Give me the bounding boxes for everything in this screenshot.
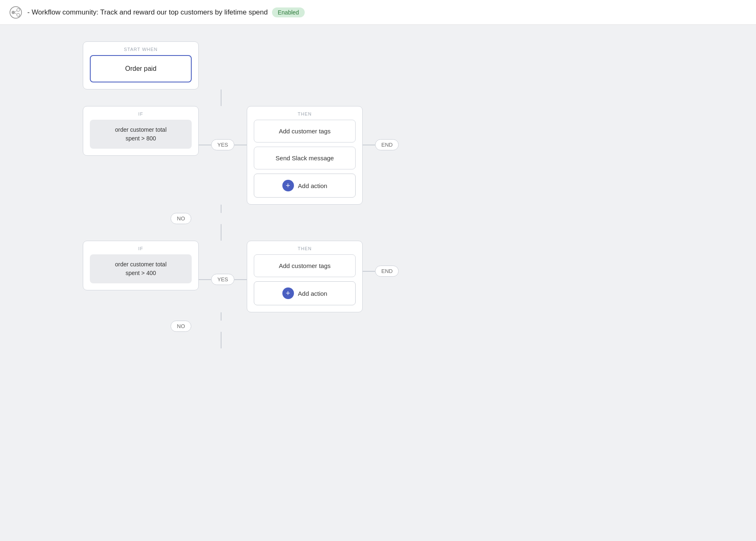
start-trigger[interactable]: Order paid [90,55,192,82]
action1-add-tags[interactable]: Add customer tags [254,120,356,142]
yes1-connector: YES [199,139,247,150]
end1-pill: END [375,139,399,150]
end2-pill: END [375,266,399,277]
if1-block[interactable]: IF order customer totalspent > 800 [83,106,199,156]
yes2-connector: YES [199,274,247,285]
start-when-node[interactable]: START WHEN Order paid [83,41,199,89]
no1-pill: NO [171,213,191,224]
no2-connector: NO [83,312,222,348]
h-line [234,145,247,145]
svg-point-1 [12,11,15,14]
add-action1-button[interactable]: + Add action [254,174,356,198]
if2-condition: order customer totalspent > 400 [90,254,192,283]
start-when-label: START WHEN [83,42,198,55]
if1-label: IF [83,106,198,120]
yes2-pill: YES [211,274,234,285]
then1-block: THEN Add customer tags Send Slack messag… [247,106,363,205]
h-line [234,279,247,280]
workflow-icon [8,5,23,20]
if1-condition: order customer totalspent > 800 [90,120,192,149]
yes1-pill: YES [211,139,234,150]
if2-condition-text: order customer totalspent > 400 [115,261,167,276]
then2-label: THEN [247,241,362,254]
svg-line-4 [15,10,17,12]
svg-point-3 [17,13,20,16]
then1-label: THEN [247,106,362,120]
then2-block: THEN Add customer tags + Add action [247,241,363,312]
then1-end-wrap: THEN Add customer tags Send Slack messag… [247,106,399,205]
if1-condition-text: order customer totalspent > 800 [115,126,167,142]
then2-end-wrap: THEN Add customer tags + Add action END [247,241,399,312]
action1-slack[interactable]: Send Slack message [254,147,356,169]
if2-yes-side: YES THEN Add customer tags + Add action [199,241,399,312]
if2-label: IF [83,241,198,254]
connector-start-if1 [83,89,222,106]
add-icon1: + [282,180,294,191]
add-action1-label: Add action [298,182,327,189]
if1-section: IF order customer totalspent > 800 YES T… [83,106,399,205]
h-line [199,279,211,280]
add-icon2: + [282,287,294,299]
action2-add-tags[interactable]: Add customer tags [254,254,356,277]
if2-section: IF order customer totalspent > 400 YES T… [83,241,399,312]
no1-connector: NO [83,205,222,241]
end1-wrap: END [363,139,399,150]
flow-container: START WHEN Order paid IF order customer … [83,41,756,348]
if2-block[interactable]: IF order customer totalspent > 400 [83,241,199,290]
add-action2-label: Add action [298,290,327,297]
svg-line-5 [15,13,17,14]
header: - Workflow community: Track and reward o… [0,0,756,25]
if1-yes-side: YES THEN Add customer tags Send Slack me… [199,106,399,205]
svg-point-2 [17,8,20,11]
h-line [199,145,211,145]
end2-wrap: END [363,266,399,277]
page-title: - Workflow community: Track and reward o… [27,8,268,17]
workflow-canvas: START WHEN Order paid IF order customer … [0,25,756,541]
h-line [363,145,375,145]
h-line [363,271,375,272]
add-action2-button[interactable]: + Add action [254,281,356,305]
no2-pill: NO [171,321,191,332]
v-line [221,89,222,106]
status-badge: Enabled [272,7,305,17]
